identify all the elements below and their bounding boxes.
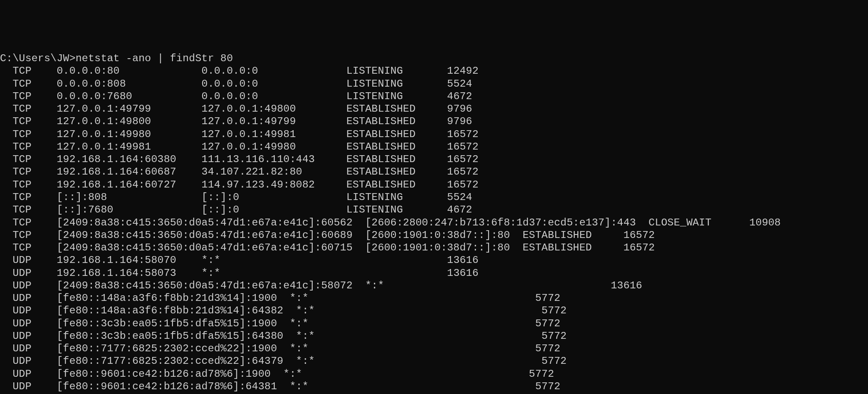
proto-cell: UDP [0,305,56,316]
local-address-cell: [2409:8a38:c415:3650:d0a5:47d1:e67a:e41c… [56,242,365,253]
proto-cell: TCP [0,78,56,90]
local-address-cell: [fe80::148a:a3f6:f8bb:21d3%14]:1900 [56,292,289,304]
foreign-address-cell: *:* [296,355,441,367]
local-address-cell: 127.0.0.1:49799 [56,103,201,115]
local-address-cell: 0.0.0.0:80 [56,65,201,77]
netstat-row: UDP [2409:8a38:c415:3650:d0a5:47d1:e67a:… [0,279,868,292]
pid-cell: 13616 [447,267,479,279]
proto-cell: TCP [0,91,56,102]
pid-cell: 9796 [447,116,472,127]
state-cell: ESTABLISHED [523,242,624,253]
state-cell [435,381,536,392]
pid-cell: 16572 [447,179,479,191]
foreign-address-cell: 0.0.0.0:0 [201,65,346,77]
state-cell [428,368,529,380]
local-address-cell: 192.168.1.164:58073 [56,267,201,279]
state-cell: LISTENING [346,78,447,90]
command-text: netstat -ano | findStr 80 [75,53,233,64]
state-cell [510,280,611,291]
local-address-cell: 0.0.0.0:808 [56,78,201,90]
proto-cell: TCP [0,191,56,203]
pid-cell: 5772 [542,330,567,342]
proto-cell: UDP [0,292,56,304]
proto-cell: TCP [0,103,56,115]
proto-cell: TCP [0,166,56,178]
proto-cell: TCP [0,229,56,241]
state-cell: LISTENING [346,91,447,102]
netstat-row: TCP 127.0.0.1:49800 127.0.0.1:49799 ESTA… [0,115,868,128]
pid-cell: 5772 [535,343,560,354]
pid-cell: 4672 [447,204,472,216]
proto-cell: TCP [0,242,56,253]
local-address-cell: 127.0.0.1:49800 [56,116,201,127]
proto-cell: TCP [0,128,56,140]
state-cell [441,355,542,367]
netstat-row: TCP 192.168.1.164:60687 34.107.221.82:80… [0,166,868,178]
proto-cell: TCP [0,217,56,228]
pid-cell: 13616 [611,280,642,291]
pid-cell: 5772 [535,381,560,392]
foreign-address-cell: 111.13.116.110:443 [201,153,346,165]
foreign-address-cell: 127.0.0.1:49981 [201,128,346,140]
foreign-address-cell: *:* [290,343,435,354]
foreign-address-cell: *:* [283,368,428,380]
prompt: C:\Users\JW> [0,53,75,64]
foreign-address-cell: *:* [296,305,441,316]
netstat-row: UDP [fe80::3c3b:ea05:1fb5:dfa5%15]:64380… [0,330,868,342]
proto-cell: TCP [0,153,56,165]
foreign-address-cell: [::]:0 [201,191,346,203]
netstat-row: TCP 127.0.0.1:49799 127.0.0.1:49800 ESTA… [0,103,868,115]
local-address-cell: 192.168.1.164:58070 [56,254,201,266]
pid-cell: 16572 [447,141,479,153]
foreign-address-cell: [2600:1901:0:38d7::]:80 [365,242,523,253]
netstat-row: TCP 0.0.0.0:80 0.0.0.0:0 LISTENING 12492 [0,65,868,77]
proto-cell: TCP [0,204,56,216]
proto-cell: UDP [0,254,56,266]
pid-cell: 16572 [624,242,655,253]
netstat-row: TCP [::]:7680 [::]:0 LISTENING 4672 [0,203,868,216]
netstat-row: TCP [::]:808 [::]:0 LISTENING 5524 [0,191,868,203]
local-address-cell: [fe80::3c3b:ea05:1fb5:dfa5%15]:1900 [56,318,289,329]
local-address-cell: [2409:8a38:c415:3650:d0a5:47d1:e67a:e41c… [56,280,365,291]
foreign-address-cell: [2606:2800:247:b713:6f8:1d37:ecd5:e137]:… [365,217,649,228]
local-address-cell: 192.168.1.164:60727 [56,179,201,191]
command-line[interactable]: C:\Users\JW>netstat -ano | findStr 80 [0,52,868,65]
netstat-row: UDP [fe80::148a:a3f6:f8bb:21d3%14]:1900 … [0,292,868,304]
state-cell: ESTABLISHED [346,103,447,115]
proto-cell: TCP [0,65,56,77]
pid-cell: 5772 [535,292,560,304]
foreign-address-cell: 0.0.0.0:0 [201,91,346,102]
local-address-cell: 0.0.0.0:7680 [56,91,201,102]
netstat-row: TCP 127.0.0.1:49981 127.0.0.1:49980 ESTA… [0,141,868,153]
local-address-cell: [2409:8a38:c415:3650:d0a5:47d1:e67a:e41c… [56,217,365,228]
proto-cell: TCP [0,141,56,153]
state-cell: CLOSE_WAIT [649,217,749,228]
pid-cell: 16572 [447,128,479,140]
state-cell [441,305,542,316]
local-address-cell: [fe80::7177:6825:2302:cced%22]:64379 [56,355,296,367]
foreign-address-cell: 127.0.0.1:49800 [201,103,346,115]
pid-cell: 16572 [447,153,479,165]
foreign-address-cell: *:* [290,318,435,329]
state-cell [435,292,536,304]
pid-cell: 13616 [447,254,479,266]
state-cell: ESTABLISHED [346,153,447,165]
pid-cell: 16572 [447,166,479,178]
terminal-output: C:\Users\JW>netstat -ano | findStr 80 TC… [0,52,868,393]
local-address-cell: 127.0.0.1:49981 [56,141,201,153]
state-cell: LISTENING [346,204,447,216]
foreign-address-cell: [::]:0 [201,204,346,216]
state-cell: ESTABLISHED [346,128,447,140]
netstat-row: UDP [fe80::9601:ce42:b126:ad78%6]:1900 *… [0,368,868,380]
pid-cell: 10908 [749,217,781,228]
pid-cell: 12492 [447,65,479,77]
local-address-cell: 192.168.1.164:60687 [56,166,201,178]
netstat-row: UDP [fe80::148a:a3f6:f8bb:21d3%14]:64382… [0,304,868,317]
netstat-row: TCP 0.0.0.0:7680 0.0.0.0:0 LISTENING 467… [0,90,868,103]
foreign-address-cell: *:* [201,267,346,279]
pid-cell: 5772 [535,318,560,329]
proto-cell: UDP [0,355,56,367]
state-cell [346,254,447,266]
proto-cell: UDP [0,280,56,291]
local-address-cell: [fe80::9601:ce42:b126:ad78%6]:1900 [56,368,283,380]
